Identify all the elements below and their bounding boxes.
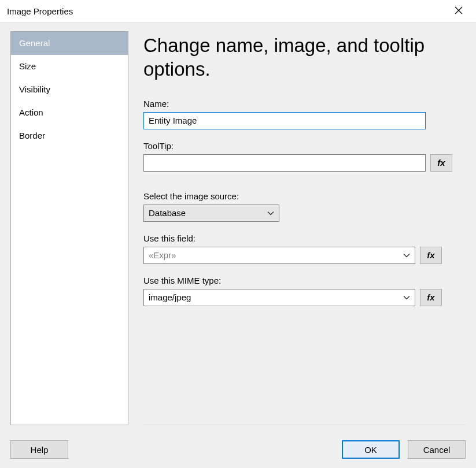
chevron-down-icon: [403, 294, 410, 301]
sidebar-item-border[interactable]: Border: [11, 124, 128, 147]
close-icon: [455, 6, 463, 17]
sidebar-item-general[interactable]: General: [11, 32, 128, 55]
sidebar-item-action[interactable]: Action: [11, 101, 128, 124]
page-heading: Change name, image, and tooltip options.: [143, 34, 466, 81]
image-source-label: Select the image source:: [143, 191, 466, 201]
use-field-expression-button[interactable]: fx: [420, 247, 442, 264]
sidebar-item-visibility[interactable]: Visibility: [11, 78, 128, 101]
sidebar-item-label: Visibility: [19, 84, 50, 94]
cancel-button[interactable]: Cancel: [408, 440, 466, 459]
title-bar: Image Properties: [0, 0, 476, 23]
use-field-select[interactable]: «Expr»: [143, 247, 415, 264]
tooltip-input[interactable]: [143, 154, 426, 172]
mime-type-expression-button[interactable]: fx: [420, 289, 442, 306]
image-source-value: Database: [149, 208, 267, 218]
use-field-label: Use this field:: [143, 233, 466, 243]
help-button-label: Help: [31, 445, 49, 455]
name-label: Name:: [143, 99, 466, 109]
ok-button[interactable]: OK: [342, 440, 400, 459]
ok-button-label: OK: [364, 445, 377, 455]
sidebar-item-label: Action: [19, 107, 43, 117]
chevron-down-icon: [267, 210, 274, 217]
chevron-down-icon: [403, 252, 410, 259]
mime-type-label: Use this MIME type:: [143, 276, 466, 285]
sidebar-item-label: Border: [19, 131, 45, 140]
category-sidebar: General Size Visibility Action Border: [10, 31, 128, 425]
fx-icon: fx: [427, 292, 434, 302]
fx-icon: fx: [427, 250, 434, 260]
separator: [143, 425, 466, 425]
dialog-body: General Size Visibility Action Border Ch…: [0, 23, 476, 431]
sidebar-item-label: General: [19, 38, 50, 48]
help-button[interactable]: Help: [10, 440, 68, 459]
image-properties-dialog: Image Properties General Size Visibility: [0, 0, 476, 468]
main-pane: Change name, image, and tooltip options.…: [128, 31, 466, 425]
dialog-footer: Help OK Cancel: [0, 431, 476, 468]
close-button[interactable]: [447, 0, 470, 23]
use-field-value: «Expr»: [149, 250, 403, 260]
tooltip-label: ToolTip:: [143, 141, 466, 151]
name-input[interactable]: [143, 112, 426, 129]
mime-type-value: image/jpeg: [149, 292, 403, 302]
sidebar-item-label: Size: [19, 61, 36, 71]
tooltip-expression-button[interactable]: fx: [430, 154, 452, 172]
sidebar-item-size[interactable]: Size: [11, 55, 128, 78]
cancel-button-label: Cancel: [423, 445, 451, 455]
window-title: Image Properties: [7, 6, 447, 16]
mime-type-select[interactable]: image/jpeg: [143, 289, 415, 306]
fx-icon: fx: [437, 158, 445, 168]
image-source-select[interactable]: Database: [143, 205, 279, 222]
